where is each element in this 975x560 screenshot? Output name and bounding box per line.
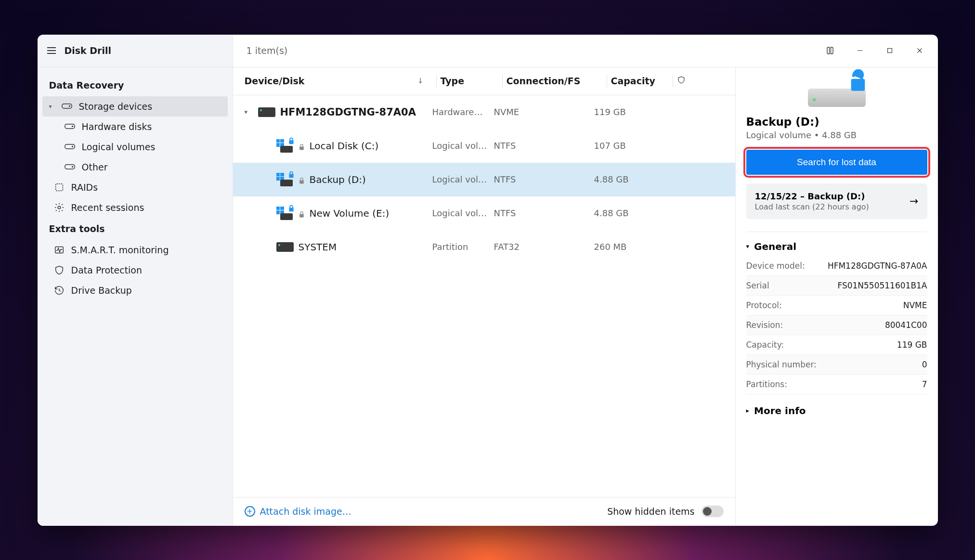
sidebar-item-hardware-disks[interactable]: Hardware disks bbox=[38, 117, 233, 137]
sidebar-item-label: Hardware disks bbox=[82, 121, 152, 132]
drive-icon bbox=[258, 107, 275, 117]
volume-icon bbox=[65, 142, 75, 152]
app-title: Disk Drill bbox=[65, 45, 112, 56]
property-value: HFM128GDGTNG-87A0A bbox=[828, 261, 927, 271]
menu-icon[interactable] bbox=[47, 47, 56, 54]
book-icon[interactable] bbox=[816, 39, 845, 63]
sidebar-item-label: RAIDs bbox=[71, 182, 98, 193]
row-name: SYSTEM bbox=[299, 241, 337, 253]
titlebar-controls bbox=[816, 39, 938, 63]
svg-point-7 bbox=[72, 126, 73, 127]
volume-icon bbox=[276, 173, 294, 186]
row-capacity: 4.88 GB bbox=[594, 174, 652, 184]
header-connection[interactable]: Connection/FS bbox=[507, 76, 603, 86]
property-key: Serial bbox=[746, 281, 769, 290]
sidebar-item-data-protection[interactable]: Data Protection bbox=[38, 260, 233, 280]
other-icon bbox=[65, 162, 75, 172]
table-row[interactable]: ▾HFM128GDGTNG-87A0AHardware…NVME119 GB bbox=[233, 95, 735, 129]
row-connection: NTFS bbox=[494, 174, 594, 184]
lock-icon bbox=[299, 209, 305, 217]
sidebar-item-recent-sessions[interactable]: Recent sessions bbox=[38, 197, 233, 218]
lock-icon bbox=[299, 142, 305, 149]
property-value: FS01N550511601B1A bbox=[837, 281, 927, 290]
chevron-right-icon: ▸ bbox=[746, 407, 750, 414]
titlebar: Disk Drill 1 item(s) bbox=[38, 35, 938, 67]
row-name: Local Disk (C:) bbox=[310, 140, 379, 152]
heartbeat-icon bbox=[54, 245, 65, 255]
last-scan-title: 12/15/22 – Backup (D:) bbox=[755, 191, 869, 201]
property-row: Revision:80041C00 bbox=[746, 315, 927, 335]
maximize-button[interactable] bbox=[875, 39, 904, 63]
svg-rect-18 bbox=[299, 180, 304, 183]
property-row: Partitions:7 bbox=[746, 375, 927, 394]
shield-icon[interactable] bbox=[677, 75, 696, 87]
lock-icon bbox=[299, 176, 305, 183]
property-key: Revision: bbox=[746, 320, 783, 330]
row-type: Logical vol… bbox=[432, 208, 494, 218]
svg-rect-21 bbox=[851, 78, 865, 91]
sidebar-item-label: Data Protection bbox=[71, 265, 143, 275]
sidebar-item-logical-volumes[interactable]: Logical volumes bbox=[38, 137, 233, 157]
property-value: 7 bbox=[922, 379, 927, 389]
property-value: 80041C00 bbox=[885, 320, 927, 330]
sidebar-item-raids[interactable]: RAIDs bbox=[38, 177, 233, 197]
sidebar-item-label: Drive Backup bbox=[71, 285, 132, 296]
hidden-items-label: Show hidden items bbox=[607, 506, 694, 517]
property-key: Partitions: bbox=[746, 379, 787, 389]
sidebar-section-recovery: Data Recovery bbox=[38, 74, 233, 96]
row-type: Logical vol… bbox=[432, 174, 494, 184]
sidebar-item-label: Storage devices bbox=[79, 101, 153, 112]
hidden-items-toggle[interactable] bbox=[702, 506, 724, 517]
header-device[interactable]: Device/Disk bbox=[245, 76, 305, 86]
svg-rect-19 bbox=[289, 208, 293, 211]
raid-icon bbox=[54, 182, 65, 193]
sidebar-item-label: Recent sessions bbox=[71, 202, 144, 213]
property-key: Protocol: bbox=[746, 300, 782, 310]
item-count: 1 item(s) bbox=[233, 45, 816, 56]
sidebar: Data Recovery ▾ Storage devices Hardware… bbox=[38, 67, 233, 526]
attach-disk-image-button[interactable]: + Attach disk image… bbox=[245, 506, 351, 517]
gear-icon bbox=[54, 202, 65, 213]
svg-rect-1 bbox=[887, 49, 892, 53]
drive-icon bbox=[62, 101, 72, 112]
minimize-button[interactable] bbox=[845, 39, 874, 63]
sidebar-item-drive-backup[interactable]: Drive Backup bbox=[38, 280, 233, 300]
table-row[interactable]: Local Disk (C:)Logical vol…NTFS107 GB bbox=[233, 129, 735, 163]
more-info-header[interactable]: ▸ More info bbox=[746, 405, 927, 417]
last-scan-subtitle: Load last scan (22 hours ago) bbox=[755, 202, 869, 211]
row-capacity: 119 GB bbox=[594, 107, 652, 117]
svg-rect-17 bbox=[289, 174, 293, 178]
property-value: NVME bbox=[903, 300, 927, 310]
last-scan-card[interactable]: 12/15/22 – Backup (D:) Load last scan (2… bbox=[746, 183, 927, 219]
header-type[interactable]: Type bbox=[441, 76, 498, 86]
property-key: Device model: bbox=[746, 261, 805, 271]
sidebar-item-other[interactable]: Other bbox=[38, 157, 233, 177]
svg-rect-15 bbox=[289, 140, 293, 144]
row-type: Hardware… bbox=[432, 107, 494, 117]
search-for-lost-data-button[interactable]: Search for lost data bbox=[746, 150, 927, 175]
detail-title: Backup (D:) bbox=[746, 116, 927, 128]
chevron-down-icon[interactable]: ▾ bbox=[245, 108, 253, 116]
table-row[interactable]: SYSTEMPartitionFAT32260 MB bbox=[233, 230, 735, 264]
sidebar-item-storage-devices[interactable]: ▾ Storage devices bbox=[42, 96, 228, 117]
table-row[interactable]: New Volume (E:)Logical vol…NTFS4.88 GB bbox=[233, 196, 735, 230]
volume-icon bbox=[276, 139, 294, 153]
sidebar-item-label: S.M.A.R.T. monitoring bbox=[71, 245, 169, 255]
row-capacity: 107 GB bbox=[594, 141, 652, 151]
table-row[interactable]: Backup (D:)Logical vol…NTFS4.88 GB bbox=[233, 163, 735, 196]
property-row: Protocol:NVME bbox=[746, 296, 927, 315]
property-key: Capacity: bbox=[746, 340, 784, 350]
sidebar-item-smart[interactable]: S.M.A.R.T. monitoring bbox=[38, 240, 233, 260]
close-button[interactable] bbox=[905, 39, 934, 63]
chevron-down-icon: ▾ bbox=[49, 103, 55, 110]
general-label: General bbox=[754, 241, 796, 252]
row-connection: NVME bbox=[494, 107, 594, 117]
general-section-header[interactable]: ▾ General bbox=[746, 241, 927, 252]
header-capacity[interactable]: Capacity bbox=[611, 76, 669, 86]
attach-label: Attach disk image… bbox=[260, 506, 351, 517]
detail-subtitle: Logical volume • 4.88 GB bbox=[746, 130, 927, 140]
more-info-label: More info bbox=[754, 405, 806, 417]
table-header: Device/Disk↓ Type Connection/FS Capacity bbox=[233, 67, 735, 95]
sort-arrow-icon[interactable]: ↓ bbox=[417, 77, 424, 85]
row-type: Partition bbox=[432, 242, 494, 252]
